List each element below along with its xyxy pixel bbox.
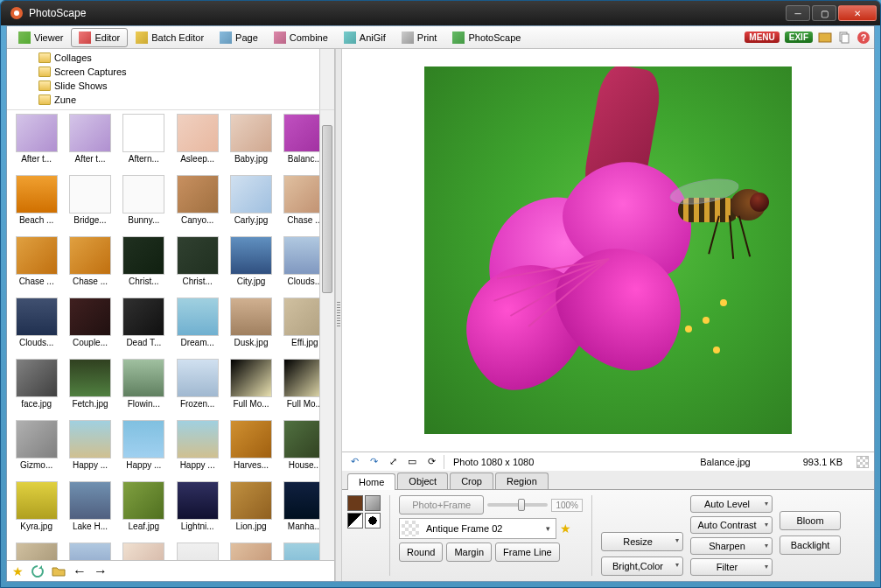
thumbnail[interactable]: Canyo... xyxy=(171,175,223,234)
frame-favorite-icon[interactable]: ★ xyxy=(560,522,571,536)
transparency-icon[interactable] xyxy=(857,456,869,468)
rotate-icon[interactable]: ⟳ xyxy=(424,455,438,469)
thumbnail-image xyxy=(177,114,219,152)
thumbnail[interactable]: Happy ... xyxy=(171,420,223,480)
collapse-handle[interactable] xyxy=(335,49,342,581)
thumbnail[interactable]: Couple... xyxy=(64,298,115,357)
thumbnail[interactable]: After t... xyxy=(10,114,62,173)
toolbar-tab-print[interactable]: Print xyxy=(394,28,445,47)
thumbnail[interactable]: Fetch.jpg xyxy=(64,359,115,418)
thumbnail[interactable]: Frozen... xyxy=(171,359,223,418)
photo-frame-button[interactable]: Photo+Frame xyxy=(399,495,484,514)
thumbnail[interactable]: Bunny... xyxy=(118,175,170,234)
thumbnail-scrollbar[interactable] xyxy=(319,110,334,560)
thumbnail[interactable]: Happy ... xyxy=(64,420,115,480)
favorite-icon[interactable]: ★ xyxy=(12,564,24,578)
edit-tab-crop[interactable]: Crop xyxy=(450,472,493,489)
tree-item[interactable]: Zune xyxy=(10,93,331,107)
toolbar-tab-editor[interactable]: Editor xyxy=(71,28,128,47)
thumbnail[interactable]: Dream... xyxy=(171,298,223,357)
nav-back-icon[interactable]: ← xyxy=(73,564,87,578)
thumbnail[interactable]: Flowin... xyxy=(118,359,170,418)
auto-contrast-button[interactable]: Auto Contrast xyxy=(690,516,773,534)
round-button[interactable]: Round xyxy=(399,542,443,562)
frame-line-button[interactable]: Frame Line xyxy=(495,542,560,562)
edit-tab-object[interactable]: Object xyxy=(397,472,448,489)
tree-scrollbar[interactable] xyxy=(319,49,334,109)
thumbnail[interactable]: Leaf.jpg xyxy=(118,481,170,541)
toolbar-tab-page[interactable]: Page xyxy=(212,28,266,47)
thumbnail[interactable]: Bridge... xyxy=(64,175,115,234)
thumbnail[interactable]: Full Mo... xyxy=(225,359,276,418)
thumbnail[interactable]: Lake H... xyxy=(64,481,115,541)
thumbnail[interactable]: Gizmo... xyxy=(10,420,62,480)
sharpen-button[interactable]: Sharpen xyxy=(690,537,773,555)
maximize-button[interactable]: ▢ xyxy=(812,5,836,21)
fit-icon[interactable]: ⤢ xyxy=(386,455,400,469)
toolbar-tab-combine[interactable]: Combine xyxy=(266,28,336,47)
thumbnail[interactable] xyxy=(118,542,170,560)
tree-item[interactable]: Collages xyxy=(10,51,331,65)
thumbnail-image xyxy=(177,175,219,214)
menu-badge[interactable]: MENU xyxy=(745,32,779,43)
thumbnail[interactable]: Asleep... xyxy=(171,114,223,173)
copy-icon[interactable] xyxy=(837,31,851,45)
thumbnail[interactable]: Dusk.jpg xyxy=(225,298,276,357)
thumbnail[interactable]: Christ... xyxy=(118,236,170,296)
close-button[interactable]: ✕ xyxy=(838,5,877,21)
thumbnail[interactable]: Carly.jpg xyxy=(225,175,276,234)
ic-editor-icon xyxy=(79,32,91,44)
edit-tab-region[interactable]: Region xyxy=(495,472,549,489)
actual-size-icon[interactable]: ▭ xyxy=(405,455,419,469)
thumbnail[interactable]: Chase ... xyxy=(10,236,62,296)
thumbnail-label: Canyo... xyxy=(175,215,220,225)
thumbnail[interactable]: Kyra.jpg xyxy=(10,481,62,541)
tree-item[interactable]: Slide Shows xyxy=(10,79,331,93)
toolbar-tab-batch-editor[interactable]: Batch Editor xyxy=(128,28,212,47)
margin-button[interactable]: Margin xyxy=(446,542,492,562)
exif-badge[interactable]: EXIF xyxy=(785,32,813,43)
thumbnail[interactable] xyxy=(225,542,276,560)
edit-tab-home[interactable]: Home xyxy=(347,473,395,490)
folder-tree[interactable]: CollagesScreen CapturesSlide ShowsZune xyxy=(7,49,334,110)
thumbnail[interactable]: After t... xyxy=(64,114,115,173)
toolbar-tab-photoscape[interactable]: PhotoScape xyxy=(444,28,528,47)
thumbnail[interactable] xyxy=(171,542,223,560)
thumbnail[interactable] xyxy=(64,542,115,560)
toolbar-tab-viewer[interactable]: Viewer xyxy=(10,28,71,47)
refresh-icon[interactable] xyxy=(31,564,45,578)
resize-button[interactable]: Resize xyxy=(601,532,683,551)
slideshow-icon[interactable] xyxy=(818,31,832,45)
thumbnail[interactable]: Happy ... xyxy=(118,420,170,480)
help-icon[interactable]: ? xyxy=(857,31,871,45)
thumbnail[interactable]: Chase ... xyxy=(64,236,115,296)
filter-button[interactable]: Filter xyxy=(690,558,773,576)
bright-color-button[interactable]: Bright,Color xyxy=(601,556,683,576)
backlight-button[interactable]: Backlight xyxy=(780,536,841,555)
thumbnail[interactable]: Harves... xyxy=(225,420,276,480)
tree-item[interactable]: Screen Captures xyxy=(10,65,331,79)
preview-area[interactable] xyxy=(342,49,874,452)
color-swatches[interactable] xyxy=(347,495,381,528)
nav-forward-icon[interactable]: → xyxy=(94,564,108,578)
thumbnail[interactable]: Beach ... xyxy=(10,175,62,234)
thumbnail[interactable]: Baby.jpg xyxy=(225,114,276,173)
undo-icon[interactable]: ↶ xyxy=(347,455,361,469)
thumbnail[interactable]: face.jpg xyxy=(10,359,62,418)
thumbnail[interactable]: Lightni... xyxy=(171,481,223,541)
thumbnail[interactable]: Aftern... xyxy=(118,114,170,173)
thumbnail[interactable] xyxy=(10,542,62,560)
open-folder-icon[interactable] xyxy=(52,564,66,578)
thumbnail[interactable]: Dead T... xyxy=(118,298,170,357)
thumbnail[interactable]: Lion.jpg xyxy=(225,481,276,541)
redo-icon[interactable]: ↷ xyxy=(367,455,381,469)
minimize-button[interactable]: ─ xyxy=(786,5,810,21)
zoom-slider[interactable] xyxy=(487,503,548,507)
toolbar-tab-anigif[interactable]: AniGif xyxy=(336,28,394,47)
thumbnail[interactable]: City.jpg xyxy=(225,236,276,296)
thumbnail[interactable]: Clouds... xyxy=(10,298,62,357)
auto-level-button[interactable]: Auto Level xyxy=(690,495,773,513)
thumbnail[interactable]: Christ... xyxy=(171,236,223,296)
bloom-button[interactable]: Bloom xyxy=(780,511,841,530)
frame-select[interactable]: Antique Frame 02 ▾ xyxy=(399,518,556,539)
